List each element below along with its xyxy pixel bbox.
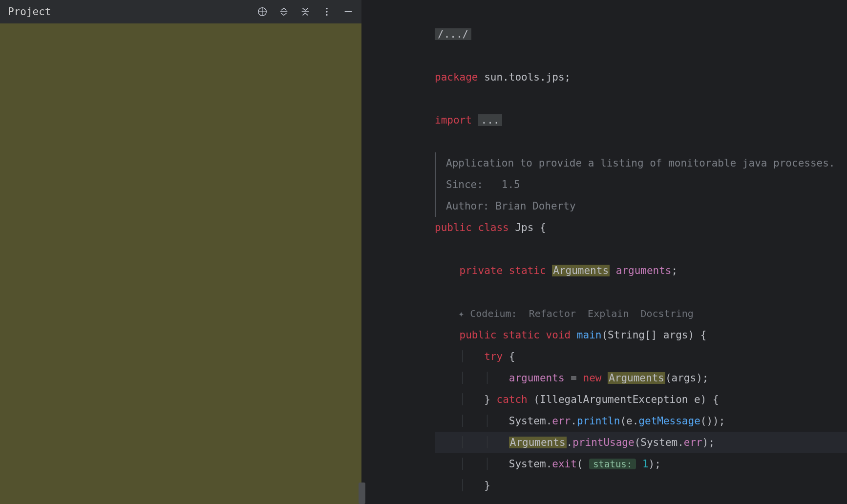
project-header-label: Project <box>8 6 51 18</box>
code-lens[interactable]: ✦ Codeium: Refactor Explain Docstring <box>435 303 847 324</box>
fold-margin[interactable] <box>411 23 431 504</box>
folded-imports[interactable]: ... <box>478 114 503 126</box>
line-gutter[interactable] <box>361 23 411 504</box>
project-tree[interactable] <box>0 23 361 504</box>
javadoc-summary: Application to provide a listing of moni… <box>435 152 835 174</box>
select-opened-file-icon[interactable] <box>257 6 268 17</box>
svg-point-5 <box>326 8 327 9</box>
svg-point-7 <box>326 14 327 16</box>
project-header: Project <box>0 0 361 23</box>
project-selector[interactable]: Project <box>8 6 55 18</box>
folded-region[interactable]: /.../ <box>435 28 471 40</box>
svg-point-6 <box>326 11 327 12</box>
param-hint: status: <box>589 459 636 469</box>
expand-all-icon[interactable] <box>278 6 289 17</box>
more-options-icon[interactable] <box>321 6 332 17</box>
hide-panel-icon[interactable] <box>343 6 354 17</box>
collapse-all-icon[interactable] <box>300 6 311 17</box>
resize-grip[interactable] <box>359 483 365 504</box>
project-sidebar: Project <box>0 0 361 504</box>
code-area[interactable]: /.../ package sun.tools.jps; import ... … <box>431 23 847 504</box>
editor-tabs <box>361 0 847 23</box>
editor-pane: /.../ package sun.tools.jps; import ... … <box>361 0 847 504</box>
